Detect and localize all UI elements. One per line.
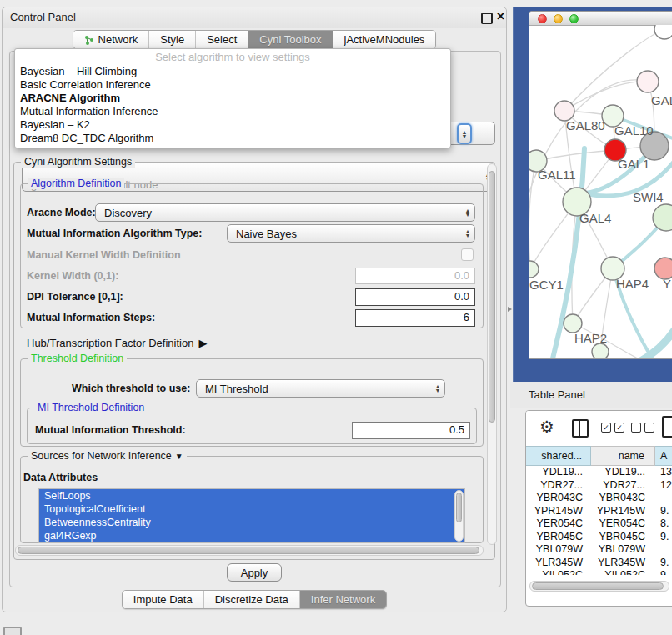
threshold-definition-title: Threshold Definition (28, 352, 127, 364)
tab-style[interactable]: Style (148, 31, 195, 48)
column-header[interactable]: shared... (526, 446, 591, 466)
table-panel-titlebar: Table Panel (510, 382, 672, 408)
table-cell: 9. (655, 557, 672, 570)
close-traffic-light-icon[interactable] (538, 14, 547, 23)
network-canvas[interactable]: GALGAL80GAL10GAL1GAL11SWI4GAL4GCY1HAP4YH… (529, 25, 672, 358)
attribute-item[interactable]: TopologicalCoefficient (39, 502, 464, 516)
inference-algorithm-combobox-stepper[interactable]: ▲▼ (457, 123, 472, 144)
tab-network[interactable]: Network (73, 31, 149, 48)
attribute-item[interactable]: BetweennessCentrality (39, 516, 464, 529)
column-header[interactable]: name (591, 446, 655, 466)
aracne-mode-value: Discovery (96, 207, 461, 219)
cyni-algorithm-settings-title: Cyni Algorithm Settings (21, 156, 135, 168)
gear-icon[interactable]: ⚙ (539, 417, 554, 437)
aracne-mode-combobox[interactable]: Discovery ▲▼ (95, 203, 475, 222)
table-horizontal-scrollbar[interactable] (529, 581, 669, 592)
algorithm-option[interactable]: Basic Correlation Inference (15, 78, 450, 92)
dpi-tolerance-label: DPI Tolerance [0,1]: (27, 291, 123, 302)
kernel-width-field[interactable]: 0.0 (355, 268, 475, 284)
table-row[interactable]: YBR043CYBR043C (526, 492, 672, 505)
node-label: GCY1 (529, 278, 564, 292)
algorithm-option[interactable]: Bayesian – Hill Climbing (15, 65, 450, 78)
zoom-traffic-light-icon[interactable] (569, 14, 579, 23)
network-edge (536, 150, 615, 161)
attributes-scrollbar[interactable] (454, 490, 464, 542)
minimized-panel-icon[interactable] (3, 627, 22, 635)
algorithm-dropdown-hint: Select algorithm to view settings (15, 51, 450, 65)
column-view-icon[interactable] (572, 419, 589, 438)
tab-jactivemnodules[interactable]: jActiveMNodules (333, 31, 436, 48)
minimize-traffic-light-icon[interactable] (554, 14, 563, 23)
scrollbar-thumb[interactable] (18, 547, 479, 554)
scrollbar-thumb[interactable] (532, 582, 664, 590)
chevron-updown-icon: ▲▼ (461, 208, 474, 217)
which-threshold-combobox[interactable]: MI Threshold ▲▼ (196, 379, 445, 398)
mi-algorithm-type-combobox[interactable]: Naive Bayes ▲▼ (227, 224, 475, 242)
algorithm-option[interactable]: Dream8 DC_TDC Algorithm (15, 132, 450, 145)
table-cell: 9 (655, 569, 672, 575)
manual-kernel-width-checkbox[interactable] (461, 248, 474, 261)
column-header[interactable]: A (655, 446, 672, 466)
control-panel-title: Control Panel (10, 11, 76, 23)
screen: Control Panel ✕ NetworkStyleSelectCyni T… (0, 0, 672, 635)
dpi-tolerance-field[interactable]: 0.0 (355, 288, 475, 306)
float-window-icon[interactable] (481, 12, 493, 24)
apply-button[interactable]: Apply (227, 563, 282, 582)
which-threshold-value: MI Threshold (197, 382, 431, 395)
network-node[interactable] (564, 314, 582, 332)
network-node[interactable] (592, 343, 609, 358)
new-column-icon[interactable] (662, 416, 672, 438)
table-row[interactable]: YBR045CYBR045C9. (526, 531, 672, 544)
node-label: Y (663, 277, 671, 291)
table-row[interactable]: YDR27...YDR27...12 (526, 479, 672, 492)
scrollbar-thumb[interactable] (489, 171, 495, 422)
aracne-mode-label: Aracne Mode: (27, 207, 96, 218)
sources-title[interactable]: Sources for Network Inference▼ (28, 450, 187, 462)
table-cell: YIL052C (591, 569, 655, 575)
settings-vertical-scrollbar[interactable] (487, 163, 497, 545)
node-label: GAL80 (566, 118, 605, 132)
algorithm-option[interactable]: Mutual Information Inference (15, 105, 450, 118)
bottom-tab-bar: Impute DataDiscretize DataInfer Network (3, 590, 506, 609)
network-edge-thick (619, 325, 672, 358)
control-panel-window: Control Panel ✕ NetworkStyleSelectCyni T… (2, 7, 507, 612)
network-node[interactable] (653, 204, 672, 231)
algorithm-option[interactable]: Bayesian – K2 (15, 118, 450, 132)
mi-steps-field[interactable]: 6 (355, 309, 475, 327)
tab-infer-network[interactable]: Infer Network (299, 591, 386, 608)
table-row[interactable]: YER054CYER054C8. (526, 518, 672, 531)
select-all-checkboxes-icon[interactable]: ✓✓ (601, 422, 624, 432)
hub-definition-toggle[interactable]: Hub/Transcription Factor Definition▶ (27, 337, 207, 349)
tab-label: Style (160, 33, 184, 46)
network-node[interactable] (654, 25, 672, 39)
table-cell: YBL079W (526, 543, 591, 557)
deselect-all-checkboxes-icon[interactable] (631, 422, 654, 432)
mi-threshold-field[interactable]: 0.5 (352, 422, 470, 439)
kernel-width-label: Kernel Width (0,1): (27, 270, 118, 282)
tab-discretize-data[interactable]: Discretize Data (203, 591, 299, 608)
network-node[interactable] (637, 71, 659, 92)
data-attributes-list[interactable]: SelfLoopsTopologicalCoefficientBetweenne… (38, 488, 465, 543)
settings-horizontal-scrollbar[interactable] (15, 545, 484, 556)
tab-select[interactable]: Select (195, 31, 248, 48)
close-icon[interactable]: ✕ (496, 10, 505, 22)
network-node[interactable] (529, 261, 539, 278)
table-row[interactable]: YDL19...YDL19...13 (526, 466, 672, 479)
table-cell (655, 543, 672, 557)
table-row[interactable]: YBL079WYBL079W (526, 543, 672, 557)
node-label: GAL10 (614, 123, 654, 138)
network-window-titlebar[interactable] (529, 12, 672, 26)
node-label: GAL (651, 93, 672, 108)
scrollbar-thumb[interactable] (456, 492, 462, 522)
table-cell: YDR27... (591, 479, 655, 492)
table-row[interactable]: YLR345WYLR345W9. (526, 557, 672, 570)
algorithm-option[interactable]: ARACNE Algorithm (15, 92, 450, 105)
tab-impute-data[interactable]: Impute Data (123, 591, 203, 608)
attribute-item[interactable]: SelfLoops (39, 489, 464, 502)
table-cell: YLR345W (591, 557, 655, 570)
table-row[interactable]: YPR145WYPR145W9. (526, 505, 672, 518)
table-cell: 13 (655, 466, 672, 479)
tab-cyni-toolbox[interactable]: Cyni Toolbox (248, 31, 332, 48)
table-row[interactable]: YIL052CYIL052C9 (526, 569, 672, 575)
attribute-item[interactable]: gal4RGexp (39, 529, 464, 542)
